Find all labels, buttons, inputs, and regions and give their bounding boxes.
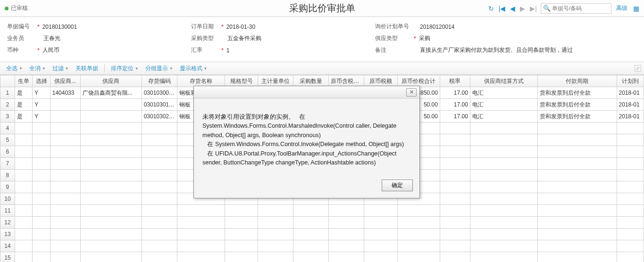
doc-no-label: 单据编号 <box>7 23 36 31</box>
col-spec[interactable]: 规格型号 <box>225 75 258 87</box>
col-sel[interactable]: 选择 <box>33 75 50 87</box>
filter-button[interactable]: 过滤▼ <box>50 65 71 73</box>
sort-locate-button[interactable]: 排序定位▼ <box>109 65 141 73</box>
layout-icon[interactable]: ▦ <box>633 5 639 12</box>
close-icon: ✕ <box>410 89 414 95</box>
advanced-link[interactable]: 高级 <box>616 4 627 12</box>
attachment-icon: 📎 <box>174 90 177 96</box>
col-qty[interactable]: 采购数量 <box>293 75 329 87</box>
select-none-button[interactable]: 全消▼ <box>27 65 48 73</box>
col-unit[interactable]: 主计量单位 <box>258 75 293 87</box>
col-supcode[interactable]: 供应商... <box>50 75 80 87</box>
attachment-icon: 📎 <box>174 114 177 119</box>
table-row[interactable]: 15 <box>0 252 644 262</box>
supply-type-label: 供应类型 <box>375 34 413 42</box>
close-button[interactable]: ✕ <box>406 88 417 97</box>
status-dot-icon <box>5 7 8 10</box>
title-right-tools: ↻ |◀ ◀ ▶ ▶| 🔍 高级 ▦ <box>487 3 639 14</box>
table-row[interactable]: 11 <box>0 205 644 217</box>
col-cycle[interactable]: 付款周期 <box>538 75 617 87</box>
search-input[interactable] <box>552 5 609 12</box>
grid-toolbar: 全选▼ 全消▼ 过滤▼ 关联单据 排序定位▼ 分组显示▼ 显示格式▼ ⤢ <box>0 62 644 75</box>
remarks-label: 备注 <box>375 46 413 54</box>
col-sd[interactable]: 生单 <box>15 75 32 87</box>
error-dialog: ✕ 未将对象引用设置到对象的实例。 在 System.Windows.Forms… <box>193 86 420 198</box>
page-title: 采购比价审批单 <box>289 2 355 15</box>
col-plan[interactable]: 计划到 <box>617 75 644 87</box>
dialog-message: 未将对象引用设置到对象的实例。 在 System.Windows.Forms.C… <box>194 98 419 176</box>
col-pay[interactable]: 供应商结算方式 <box>470 75 537 87</box>
col-invname[interactable]: 存货名称 <box>177 75 225 87</box>
col-sup[interactable]: 供应商 <box>80 75 142 87</box>
order-date-label: 订单日期 <box>191 23 220 31</box>
title-bar: 已审核 采购比价审批单 ↻ |◀ ◀ ▶ ▶| 🔍 高级 ▦ <box>0 0 644 17</box>
currency-value: 人民币 <box>42 46 59 54</box>
remarks-value: 直接从生产厂家采购付款为款到发货、且合同条款苛刻，通过 <box>420 46 573 54</box>
rate-value: 1 <box>226 47 230 54</box>
grid-header-row: 生单 选择 供应商... 供应商 存货编码 存货名称 规格型号 主计量单位 采购… <box>0 75 644 87</box>
salesman-label: 业务员 <box>7 34 36 42</box>
search-box[interactable]: 🔍 <box>541 3 611 14</box>
col-invcode[interactable]: 存货编码 <box>142 75 177 87</box>
search-icon: 🔍 <box>543 5 551 12</box>
nav-first-icon[interactable]: |◀ <box>498 5 507 12</box>
form-panel: 单据编号* 20180130001 订单日期* 2018-01-30 询价计划单… <box>0 17 644 62</box>
salesman-value: 王春光 <box>43 34 60 42</box>
group-display-button[interactable]: 分组显示▼ <box>143 65 176 73</box>
supply-type-value: 采购 <box>419 34 430 42</box>
inquiry-no-label: 询价计划单号 <box>375 23 413 31</box>
table-row[interactable]: 14 <box>0 240 644 252</box>
refresh-icon[interactable]: ↻ <box>487 5 495 12</box>
col-tax[interactable]: 原币税额 <box>364 75 398 87</box>
dialog-titlebar: ✕ <box>194 86 419 98</box>
ok-button[interactable]: 确定 <box>382 180 413 191</box>
table-row[interactable]: 13 <box>0 229 644 240</box>
related-doc-button[interactable]: 关联单据 <box>73 65 100 73</box>
display-format-button[interactable]: 显示格式▼ <box>177 65 210 73</box>
purchase-type-value: 五金备件采购 <box>227 34 261 42</box>
col-sum[interactable]: 原币价税合计 <box>397 75 440 87</box>
expand-icon[interactable]: ⤢ <box>635 65 641 72</box>
col-rownum[interactable] <box>0 75 15 87</box>
doc-no-value: 20180130001 <box>42 24 77 30</box>
table-row[interactable]: 12 <box>0 217 644 229</box>
nav-next-icon[interactable]: ▶ <box>519 5 526 12</box>
select-all-button[interactable]: 全选▼ <box>4 65 25 73</box>
currency-label: 币种 <box>7 46 36 54</box>
inquiry-no-value: 20180120014 <box>420 24 454 30</box>
nav-last-icon[interactable]: ▶| <box>529 5 538 12</box>
nav-prev-icon[interactable]: ◀ <box>509 5 516 12</box>
attachment-icon: 📎 <box>174 102 177 107</box>
col-rate[interactable]: 税率 <box>440 75 470 87</box>
purchase-type-label: 采购类型 <box>191 34 220 42</box>
status-label: 已审核 <box>11 4 28 12</box>
col-price[interactable]: 原币含税单... <box>329 75 364 87</box>
rate-label: 汇率 <box>191 46 220 54</box>
order-date-value: 2018-01-30 <box>226 24 255 30</box>
